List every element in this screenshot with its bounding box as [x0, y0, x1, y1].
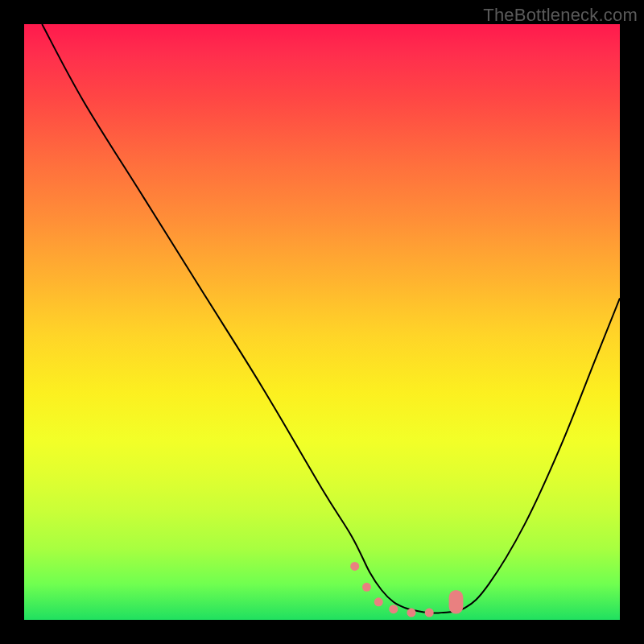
- chart-marker-dot: [374, 597, 383, 606]
- chart-marker-bar: [449, 590, 464, 614]
- chart-marker-dot: [407, 609, 416, 617]
- chart-marker-dot: [425, 609, 434, 617]
- chart-marker-dot: [389, 605, 398, 613]
- chart-markers-svg: [24, 24, 620, 620]
- chart-plot-area: [24, 24, 620, 620]
- chart-marker-dot: [362, 583, 371, 592]
- watermark-text: TheBottleneck.com: [483, 5, 638, 26]
- chart-marker-dot: [350, 562, 359, 571]
